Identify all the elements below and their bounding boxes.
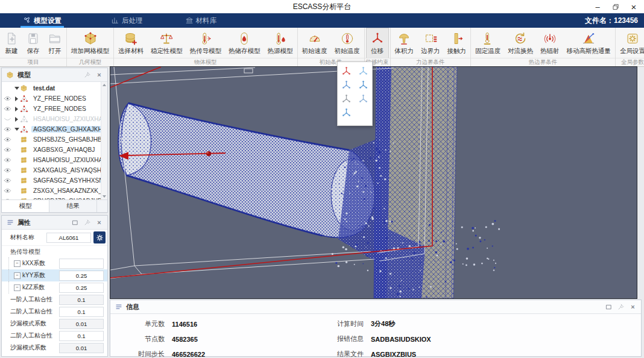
model-tree-title: 模型: [17, 71, 31, 80]
tree-tab-model[interactable]: 模型: [2, 200, 49, 212]
tree-tab-result[interactable]: 结果: [49, 200, 97, 212]
gauss-heat-flux-button[interactable]: 移动高斯热通量: [563, 28, 615, 58]
displacement-option-7[interactable]: [339, 107, 353, 119]
tree-row[interactable]: YZ_FREE_NODES: [2, 93, 101, 104]
close-icon[interactable]: ×: [628, 303, 637, 312]
property-value-input[interactable]: 0.01: [59, 343, 104, 353]
property-value-input[interactable]: 0.1: [59, 307, 104, 317]
collapse-box-icon[interactable]: −: [14, 260, 21, 267]
property-value-input[interactable]: 0.01: [59, 319, 104, 329]
heat-conduction-model-button[interactable]: 热传导模型: [186, 28, 226, 58]
close-icon[interactable]: ×: [95, 71, 104, 80]
tree-row[interactable]: HSAUHOISU_JZXIUXHAHX: [2, 155, 101, 165]
collapse-box-icon[interactable]: −: [14, 272, 21, 279]
eye-icon[interactable]: [2, 166, 13, 174]
property-row[interactable]: 沙漏模式系数0.01: [2, 318, 107, 330]
tree-row[interactable]: HSAUHOISU_JZXIUXHAHX: [2, 114, 101, 124]
tab-post-process[interactable]: 后处理: [107, 13, 147, 28]
tree-scrollbar[interactable]: [101, 82, 107, 199]
eye-icon[interactable]: [2, 146, 13, 154]
collapse-box-icon[interactable]: −: [14, 284, 21, 291]
open-folder-button[interactable]: 打开: [44, 28, 66, 58]
caret-right-icon[interactable]: [13, 117, 20, 122]
eye-icon[interactable]: [2, 187, 13, 195]
initial-velocity-button[interactable]: 初始速度: [298, 28, 331, 58]
body-force-button[interactable]: 体积力: [391, 28, 418, 58]
pin-icon[interactable]: [83, 71, 92, 80]
eye-icon[interactable]: [2, 177, 13, 184]
property-value-input[interactable]: 0.25: [59, 283, 104, 293]
minimize-button[interactable]: –: [593, 2, 602, 11]
tab-label: 后处理: [122, 16, 143, 25]
maximize-icon[interactable]: [604, 303, 613, 312]
displacement-option-4[interactable]: [357, 79, 370, 91]
heat-storage-model-button[interactable]: 热储存模型: [225, 28, 264, 58]
property-row[interactable]: −kYY系数0.25: [2, 269, 107, 281]
eye-icon[interactable]: [2, 125, 13, 133]
heat-source-model-button[interactable]: 热源模型: [264, 28, 297, 58]
property-row[interactable]: −kZZ系数0.25: [2, 281, 107, 294]
select-material-button[interactable]: 选择材料: [115, 28, 147, 58]
eye-icon[interactable]: [2, 105, 13, 113]
tree-node-label: XSAXGAUS_AISYAQSH_ASHX: [31, 167, 101, 174]
eye-icon[interactable]: [2, 156, 13, 164]
tree-row[interactable]: SAGFASGZ_ASYHHXSN: [2, 175, 101, 186]
save-button[interactable]: 保存: [22, 28, 44, 58]
close-icon[interactable]: ×: [95, 218, 104, 227]
caret-down-icon[interactable]: [13, 87, 20, 90]
tree-row[interactable]: test.dat: [2, 83, 101, 93]
property-value-input[interactable]: 0.1: [59, 295, 104, 305]
close-button[interactable]: ×: [630, 2, 638, 11]
caret-right-icon[interactable]: [13, 96, 20, 101]
property-value-input[interactable]: 0.1: [59, 331, 104, 341]
tab-material-library[interactable]: 材料库: [182, 13, 221, 28]
tree-row[interactable]: XSAXGAUS_AISYAQSH_ASHX: [2, 165, 101, 175]
viewport-canvas: [110, 67, 637, 298]
add-mesh-model-button[interactable]: 增加网格模型: [68, 28, 113, 58]
material-settings-button[interactable]: [93, 231, 106, 243]
property-row[interactable]: 二阶人工粘合性0.1: [2, 306, 107, 318]
global-settings-button[interactable]: 全局设置: [616, 28, 644, 58]
tab-model-setup[interactable]: 模型设置: [19, 13, 65, 28]
restore-button[interactable]: [611, 2, 620, 11]
stability-model-button[interactable]: 稳定性模型: [147, 28, 186, 58]
displacement-option-2[interactable]: [357, 65, 370, 77]
caret-down-icon[interactable]: [13, 128, 20, 131]
property-value-input[interactable]: [59, 259, 104, 269]
tree-row[interactable]: ZSXGX_HSAKAZNZXK_AHASX: [2, 186, 101, 196]
eye-icon[interactable]: [2, 136, 13, 143]
caret-right-icon[interactable]: [13, 107, 20, 111]
initial-temperature-button[interactable]: 初始温度: [331, 28, 364, 58]
property-row[interactable]: 沙漏模式系数0.01: [2, 342, 107, 354]
property-value-input[interactable]: 0.25: [59, 271, 104, 281]
eye-off-icon[interactable]: [2, 115, 13, 123]
displacement-option-5[interactable]: [339, 93, 353, 105]
property-row[interactable]: 一阶人工粘合性0.1: [2, 294, 107, 306]
viewport-3d[interactable]: [110, 66, 637, 299]
info-field-label: 计算时间: [320, 319, 364, 328]
tree-row[interactable]: YZ_FREE_NODES: [2, 104, 101, 114]
eye-icon[interactable]: [2, 95, 13, 102]
displacement-option-1[interactable]: [339, 65, 353, 77]
contact-force-button[interactable]: 接触力: [444, 28, 470, 58]
fixed-temperature-button[interactable]: 固定温度: [472, 28, 504, 58]
tree-row[interactable]: SDHSBJZS_GHSABJHB_ZAHU: [2, 134, 101, 145]
boundary-force-button[interactable]: 边界力: [417, 28, 444, 58]
toolbar-group: 位移位移约束: [365, 28, 391, 66]
property-row[interactable]: −kXX系数: [2, 257, 107, 269]
tree-row[interactable]: AGSGKJKG_GJHXAJKHXA: [2, 124, 101, 134]
material-name-input[interactable]: [46, 233, 91, 243]
new-file-button[interactable]: 新建: [1, 28, 22, 58]
maximize-icon[interactable]: [71, 218, 80, 227]
info-fields: 单元数1146516节点数4582365时间步长466526622 计算时间3分…: [110, 314, 641, 358]
convection-button[interactable]: 对流换热: [504, 28, 537, 58]
displacement-option-6[interactable]: [357, 93, 370, 105]
radiation-button[interactable]: 热辐射: [537, 28, 563, 58]
displacement-option-3[interactable]: [339, 79, 353, 91]
displacement-triad-button[interactable]: 位移: [367, 28, 388, 58]
pin-icon[interactable]: [616, 303, 625, 312]
tree-row[interactable]: XAGBSXG_AYHAQBJ: [2, 145, 101, 155]
info-field: 计算时间3分48秒: [320, 316, 431, 331]
property-row[interactable]: 二阶人工粘合性0.1: [2, 330, 107, 342]
pin-icon[interactable]: [83, 218, 92, 227]
